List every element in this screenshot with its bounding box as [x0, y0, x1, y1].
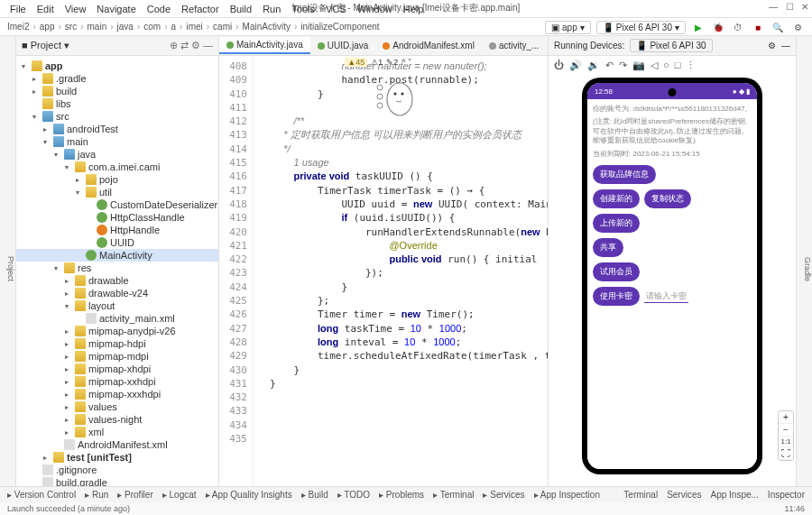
tree-item[interactable]: ▸mipmap-xhdpi [16, 363, 218, 375]
crumb[interactable]: MainActivity [243, 22, 291, 32]
tool-window-tab[interactable]: ▸ Services [483, 490, 524, 500]
run-icon[interactable]: ▶ [691, 20, 706, 34]
volume-up-icon[interactable]: 🔊 [569, 60, 582, 71]
crumb[interactable]: main [88, 22, 107, 32]
tree-item[interactable]: UUID [16, 236, 218, 249]
crumb[interactable]: Imei2 [7, 22, 29, 32]
stop-icon[interactable]: ■ [751, 20, 765, 34]
menu-code[interactable]: Code [143, 2, 175, 16]
tree-item[interactable]: ▸values-night [16, 413, 218, 426]
window-controls[interactable]: — ☐ ✕ [769, 2, 808, 12]
right-gutter[interactable]: Gradle [796, 36, 812, 497]
run-config-selector[interactable]: ▣ app ▾ [545, 21, 591, 34]
editor-tab[interactable]: activity_... [482, 38, 546, 53]
tool-window-tab[interactable]: Inspector [768, 490, 805, 500]
app-btn-1[interactable]: 获取品牌信息 [593, 165, 656, 184]
settings-icon[interactable]: ⚙ [790, 20, 805, 34]
tree-item[interactable]: ▸mipmap-xxhdpi [16, 375, 218, 388]
tree-item[interactable]: ▸build [16, 85, 218, 97]
profile-icon[interactable]: ⏱ [731, 20, 745, 34]
app-btn-4[interactable]: 上传新的 [593, 214, 640, 233]
overview-icon[interactable]: □ [675, 60, 681, 70]
tool-window-tab[interactable]: ▸ Profiler [117, 490, 152, 500]
tool-window-tab[interactable]: ▸ Problems [379, 490, 424, 500]
tree-item[interactable]: ▾util [16, 186, 218, 198]
tree-item[interactable]: ▸xml [16, 426, 218, 438]
device-selector[interactable]: 📱 Pixel 6 API 30 ▾ [596, 21, 686, 34]
editor-tab[interactable]: UUID.java [310, 38, 376, 53]
tool-window-tab[interactable]: ▸ TODO [337, 490, 370, 500]
menu-refactor[interactable]: Refactor [177, 2, 224, 16]
crumb[interactable]: cami [213, 22, 232, 32]
crumb[interactable]: a [171, 22, 177, 32]
app-textfield[interactable]: 请输入卡密 [644, 290, 688, 303]
back-icon[interactable]: ◁ [651, 60, 658, 71]
crumb[interactable]: imei [186, 22, 202, 32]
home-icon[interactable]: ○ [663, 60, 669, 70]
left-gutter[interactable]: Project [0, 36, 16, 497]
emulator-settings-icon[interactable]: ⚙ [768, 41, 776, 51]
editor-tab[interactable]: MainActivity.java [219, 37, 310, 54]
tool-window-tab[interactable]: Services [667, 490, 701, 500]
volume-down-icon[interactable]: 🔉 [587, 60, 600, 71]
tree-item[interactable]: libs [16, 97, 218, 110]
emulator-toolbar[interactable]: ⏻ 🔊 🔉 ↶ ↷ 📷 ◁ ○ □ ⋮ [549, 56, 796, 74]
tree-item[interactable]: ▾res [16, 262, 218, 274]
tree-item[interactable]: ▸mipmap-mdpi [16, 350, 218, 363]
app-btn-3[interactable]: 复制状态 [644, 189, 691, 208]
tree-item[interactable]: ▸drawable-v24 [16, 287, 218, 299]
editor-tabs[interactable]: MainActivity.javaUUID.javaAndroidManifes… [219, 36, 548, 56]
tree-item[interactable]: ▾app [16, 60, 218, 72]
menu-view[interactable]: View [60, 2, 91, 16]
app-btn-6[interactable]: 试用会员 [593, 262, 640, 281]
tree-item[interactable]: ▸androidTest [16, 123, 218, 135]
tool-window-tab[interactable]: ▸ Logcat [162, 490, 197, 500]
inspection-badges[interactable]: ▲45 ⚠1 ✎2 ^ ˅ [345, 58, 412, 67]
tool-window-tab[interactable]: ▸ Build [301, 490, 328, 500]
tree-item[interactable]: ▸values [16, 400, 218, 413]
code-content[interactable]: nanuter nanuter = new nanuter(); handler… [266, 56, 548, 497]
tool-window-tab[interactable]: ▸ App Inspection [534, 490, 600, 500]
tree-item[interactable]: ▾com.a.imei.cami [16, 161, 218, 173]
tree-item[interactable]: HttpHandle [16, 224, 218, 236]
tree-item[interactable]: ▸mipmap-hdpi [16, 337, 218, 350]
rotate-left-icon[interactable]: ↶ [605, 60, 614, 71]
tree-item[interactable]: CustomDateDeserializer [16, 198, 218, 211]
tree-item[interactable]: AndroidManifest.xml [16, 438, 218, 451]
more-icon[interactable]: ⋮ [686, 60, 696, 71]
menu-navigate[interactable]: Navigate [92, 2, 140, 16]
crumb[interactable]: java [117, 22, 134, 32]
tool-window-tab[interactable]: Terminal [623, 490, 658, 500]
tool-window-tab[interactable]: ▸ Run [85, 490, 108, 500]
app-btn-7[interactable]: 使用卡密 [593, 287, 640, 306]
menu-run[interactable]: Run [258, 2, 285, 16]
tree-item[interactable]: ▸test [unitTest] [16, 451, 218, 464]
app-btn-5[interactable]: 共享 [593, 238, 623, 257]
rotate-right-icon[interactable]: ↷ [619, 60, 627, 71]
tree-item[interactable]: HttpClassHandle [16, 211, 218, 224]
power-icon[interactable]: ⏻ [554, 60, 564, 70]
zoom-controls[interactable]: +−1:1⛶ [778, 410, 794, 461]
crumb[interactable]: com [143, 22, 161, 32]
tree-item[interactable]: ▾src [16, 110, 218, 123]
tool-window-tab[interactable]: ▸ Terminal [433, 490, 474, 500]
tree-item[interactable]: ▸drawable [16, 274, 218, 287]
tree-item[interactable]: ▸.gradle [16, 72, 218, 85]
tree-item[interactable]: ▸mipmap-xxxhdpi [16, 388, 218, 400]
screenshot-icon[interactable]: 📷 [632, 60, 645, 71]
emulator-minimize-icon[interactable]: — [781, 41, 790, 51]
tool-window-tab[interactable]: ▸ Version Control [7, 490, 76, 500]
project-tree[interactable]: ▾app▸.gradle▸buildlibs▾src▸androidTest▾m… [16, 56, 218, 497]
app-btn-2[interactable]: 创建新的 [593, 189, 640, 208]
running-device-chip[interactable]: 📱 Pixel 6 API 30 [630, 39, 712, 52]
bottom-toolbar[interactable]: ▸ Version Control▸ Run▸ Profiler▸ Logcat… [0, 486, 812, 502]
tree-item[interactable]: ▾java [16, 148, 218, 161]
tree-item[interactable]: ▸pojo [16, 173, 218, 186]
tree-item[interactable]: ▾main [16, 135, 218, 148]
tree-item[interactable]: ▾layout [16, 299, 218, 312]
menu-build[interactable]: Build [226, 2, 256, 16]
tree-item[interactable]: ▸mipmap-anydpi-v26 [16, 325, 218, 337]
tool-window-tab[interactable]: App Inspe... [710, 490, 758, 500]
crumb[interactable]: app [40, 22, 55, 32]
crumb[interactable]: initializeComponent [300, 22, 379, 32]
